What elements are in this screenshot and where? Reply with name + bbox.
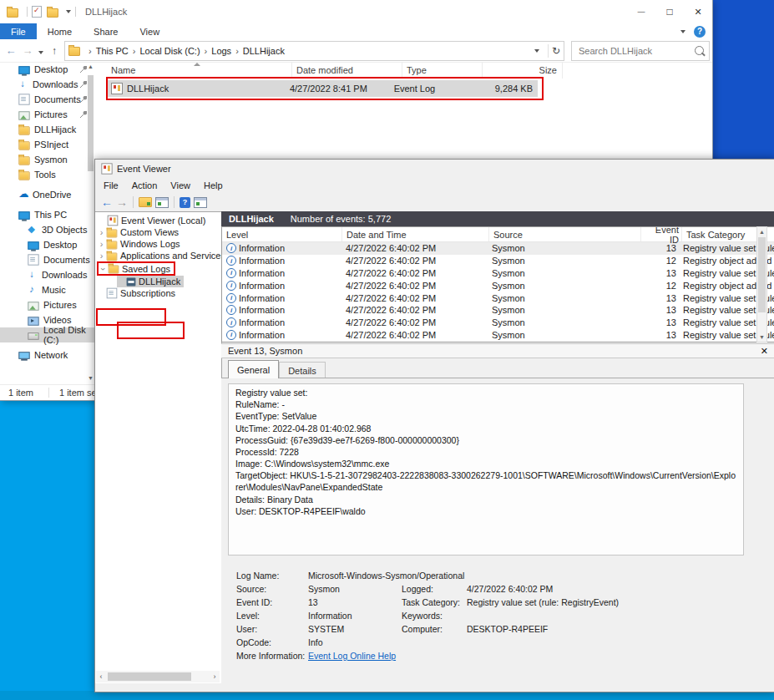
forward-icon[interactable] [114,195,129,210]
event-log-online-help-link[interactable]: Event Log Online Help [308,651,402,661]
search-icon[interactable] [695,46,704,55]
column-header[interactable]: Source [489,227,641,241]
scroll-down-icon[interactable]: ▼ [757,334,766,340]
event-row[interactable]: Information 4/27/2022 6:40:02 PM Sysmon … [222,292,774,304]
sidebar-item[interactable]: Pictures [0,107,94,122]
sidebar-item[interactable]: Desktop [0,62,94,77]
back-icon[interactable] [99,195,114,210]
menu-item[interactable]: Action [125,180,164,190]
detail-tab[interactable]: Details [279,362,326,378]
quick-access-folder-icon[interactable] [7,8,18,18]
event-general-text[interactable]: Registry value set: RuleName: - EventTyp… [228,383,744,555]
scroll-up-icon[interactable]: ▲ [87,63,94,69]
detail-tab[interactable]: General [228,360,279,378]
column-header[interactable]: Event ID [641,227,682,241]
help-icon[interactable]: ? [694,26,706,38]
event-row[interactable]: Information 4/27/2022 6:40:02 PM Sysmon … [222,267,774,280]
ribbon-tab[interactable]: File [0,23,37,39]
sidebar-scrollbar[interactable]: ▲ ▼ [87,62,94,383]
tree-item[interactable]: Custom Views [97,226,182,238]
column-header[interactable]: Size [483,62,563,79]
sidebar-item[interactable]: Downloads [0,77,94,92]
close-detail-icon[interactable]: ✕ [761,346,768,357]
ribbon-tab[interactable]: View [129,23,170,39]
column-header[interactable]: Date modified [292,62,402,79]
menu-item[interactable]: View [164,180,197,190]
sidebar-item[interactable]: Documents [0,252,94,267]
menu-item[interactable]: File [97,180,125,190]
maximize-button[interactable] [655,0,684,23]
address-bar[interactable]: This PCLocal Disk (C:)LogsDLLHijack [64,41,564,61]
column-header[interactable]: Level [222,227,342,241]
sidebar-item[interactable]: 3D Objects [0,222,94,237]
up-button[interactable]: ↑ [46,45,63,57]
action-pane-icon[interactable] [194,197,207,208]
sidebar-item[interactable]: Documents [0,92,94,107]
sidebar-item[interactable]: DLLHijack [0,122,94,137]
scroll-down-icon[interactable]: ▼ [87,375,94,381]
event-row[interactable]: Information 4/27/2022 6:40:02 PM Sysmon … [222,242,774,255]
back-button[interactable]: ← [3,44,19,57]
quick-access-toolbar-chevron-icon[interactable] [66,10,71,13]
help-icon[interactable]: ? [180,197,190,208]
tree-item[interactable]: Event Viewer (Local) [98,215,209,226]
sidebar-item[interactable]: Network [0,347,94,363]
minimize-button[interactable] [627,0,655,23]
tree-expander-icon[interactable] [99,265,108,273]
scrollbar-thumb[interactable] [88,75,94,171]
ribbon-collapse-chevron-icon[interactable] [680,30,685,33]
breadcrumb-item[interactable]: Logs [211,46,231,56]
tree-item[interactable]: Saved Logs [97,261,175,276]
explorer-titlebar[interactable]: DLLHijack [0,0,712,23]
sidebar-item[interactable]: Tools [0,167,94,182]
event-row[interactable]: Information 4/27/2022 6:40:02 PM Sysmon … [222,279,774,292]
tree-expander-icon[interactable] [97,228,106,236]
close-button[interactable] [684,0,712,23]
forward-button[interactable]: → [19,44,36,57]
event-list-scrollbar[interactable]: ▲ ▼ [756,226,767,342]
sidebar-item[interactable]: Music [0,282,94,297]
tree-item[interactable]: Windows Logs [97,238,184,250]
refresh-icon[interactable] [552,45,560,57]
scroll-up-icon[interactable]: ▲ [757,229,766,235]
sidebar-item[interactable]: Pictures [0,297,94,312]
sidebar-item[interactable]: Downloads [0,267,94,282]
scrollbar-thumb[interactable] [758,237,766,312]
event-row[interactable]: Information 4/27/2022 6:40:02 PM Sysmon … [222,304,774,317]
breadcrumb-item[interactable]: Local Disk (C:) [139,46,200,56]
search-box[interactable] [571,41,710,61]
search-input[interactable] [577,45,695,57]
sidebar-item[interactable]: OneDrive [0,187,94,202]
sidebar-item[interactable]: This PC [0,207,94,222]
tree-item[interactable]: Applications and Services Lo [97,250,222,261]
tree-horizontal-scrollbar[interactable]: ‹ › [96,671,220,682]
scroll-left-icon[interactable]: ‹ [96,672,106,681]
scrollbar-thumb[interactable] [108,672,191,681]
sidebar-item[interactable]: PSInject [0,137,94,152]
new-folder-icon[interactable] [47,8,58,18]
event-row[interactable]: Information 4/27/2022 6:40:02 PM Sysmon … [222,255,774,267]
sidebar-item[interactable]: Sysmon [0,152,94,167]
sidebar-item[interactable]: Desktop [0,237,94,252]
ribbon-tab[interactable]: Home [37,23,83,39]
column-header[interactable]: Type [402,62,483,79]
create-custom-view-icon[interactable] [155,197,169,208]
breadcrumb-item[interactable]: This PC [96,46,129,56]
tree-item[interactable]: Subscriptions [97,287,179,299]
scroll-right-icon[interactable]: › [210,672,220,681]
breadcrumb-item[interactable]: DLLHijack [243,46,285,56]
event-viewer-titlebar[interactable]: Event Viewer [95,160,774,178]
ribbon-tab[interactable]: Share [83,23,129,39]
open-saved-log-icon[interactable] [139,197,152,207]
tree-item[interactable]: DLLHijack [117,276,184,287]
properties-icon[interactable] [32,6,42,18]
event-row[interactable]: Information 4/27/2022 6:40:02 PM Sysmon … [222,317,774,329]
tree-expander-icon[interactable] [97,251,106,260]
recent-locations-chevron-icon[interactable] [38,51,43,54]
event-row[interactable]: Information 4/27/2022 6:40:02 PM Sysmon … [222,329,774,342]
address-dropdown-chevron-icon[interactable] [534,49,539,53]
column-header[interactable]: Date and Time [342,227,489,241]
menu-item[interactable]: Help [197,180,230,190]
tree-expander-icon[interactable] [97,240,106,248]
sidebar-item[interactable]: Local Disk (C:) [0,327,94,342]
